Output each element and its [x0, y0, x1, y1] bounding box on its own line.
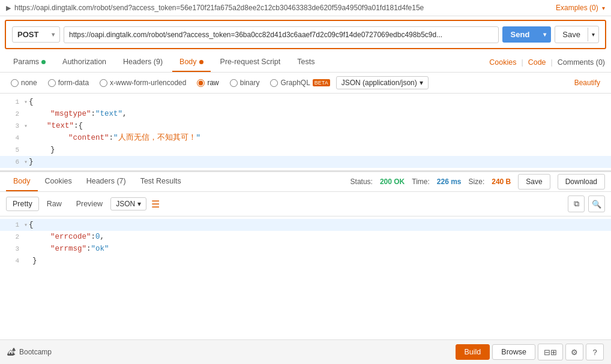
tab-tests[interactable]: Tests — [290, 53, 322, 72]
response-code-editor: 1 ▾ { 2 "errcode": 0, 3 "errmsg": "ok" 4… — [0, 216, 611, 282]
request-code-editor: 1 ▾ { 2 "msgtype": "text", 3 ▾ "text": {… — [0, 94, 611, 171]
request-tabs-right: Cookies | Code | Comments (0) — [489, 58, 605, 67]
resp-copy-button[interactable]: ⧉ — [568, 195, 585, 212]
copy-icon: ⧉ — [574, 199, 579, 209]
req-line-4: 4 "content": "人而无信，不知其可！" — [0, 132, 611, 144]
resp-line-2: 2 "errcode": 0, — [0, 231, 611, 243]
fold-icon-3[interactable]: ▾ — [24, 122, 28, 131]
body-type-raw[interactable]: raw — [192, 76, 223, 89]
resp-line-1: 1 ▾ { — [0, 219, 611, 231]
format-lines-icon[interactable]: ☰ — [151, 198, 160, 210]
response-section: Body Cookies Headers (7) Test Results St… — [0, 171, 611, 282]
save-dropdown-icon[interactable]: ▾ — [588, 28, 598, 41]
tab-body[interactable]: Body — [172, 53, 211, 72]
req-line-2: 2 "msgtype": "text", — [0, 108, 611, 120]
body-type-formdata[interactable]: form-data — [43, 76, 94, 89]
params-dot — [41, 60, 46, 64]
resp-view-tab-raw[interactable]: Raw — [40, 197, 68, 211]
method-chevron-icon: ▾ — [52, 31, 55, 38]
arrow-icon: ▶ — [6, 4, 11, 12]
resp-tab-body[interactable]: Body — [6, 172, 38, 191]
resp-tab-headers[interactable]: Headers (7) — [79, 172, 133, 191]
examples-chevron-icon: ▾ — [602, 5, 605, 11]
tab-pre-request-script[interactable]: Pre-request Script — [213, 53, 288, 72]
send-button[interactable]: Send ▾ — [502, 26, 552, 43]
response-status: Status: 200 OK Time: 226 ms Size: 240 B … — [351, 174, 605, 189]
resp-right-icons: ⧉ 🔍 — [567, 195, 605, 212]
save-button[interactable]: Save ▾ — [555, 26, 599, 43]
resp-search-button[interactable]: 🔍 — [588, 195, 605, 212]
save-label: Save — [555, 26, 588, 43]
resp-download-button[interactable]: Download — [558, 174, 605, 189]
body-type-row: none form-data x-www-form-urlencoded raw… — [0, 73, 611, 94]
body-dot — [199, 60, 203, 64]
request-tabs-row: Params Authorization Headers (9) Body Pr… — [0, 53, 611, 73]
status-value: 200 OK — [380, 178, 405, 186]
request-bar: POST ▾ Send ▾ Save ▾ — [5, 20, 606, 49]
time-value: 226 ms — [437, 178, 462, 186]
tab-headers[interactable]: Headers (9) — [116, 53, 170, 72]
resp-tab-test-results[interactable]: Test Results — [133, 172, 188, 191]
send-dropdown-icon[interactable]: ▾ — [538, 28, 551, 41]
fold-icon-1[interactable]: ▾ — [24, 98, 28, 107]
top-url-bar: ▶ https://oapi.dingtalk.com/robot/send?a… — [0, 0, 611, 16]
body-type-binary[interactable]: binary — [225, 76, 265, 89]
comments-link[interactable]: Comments (0) — [558, 58, 605, 67]
body-type-none[interactable]: none — [6, 76, 42, 89]
send-label: Send — [502, 26, 538, 43]
json-format-select[interactable]: JSON ▾ — [110, 197, 146, 210]
resp-view-tab-pretty[interactable]: Pretty — [6, 197, 39, 211]
resp-fold-icon-1[interactable]: ▾ — [24, 221, 28, 230]
json-type-select[interactable]: JSON (application/json) ▾ — [336, 76, 429, 89]
response-tabs-row: Body Cookies Headers (7) Test Results St… — [0, 172, 611, 192]
req-line-6: 6 ▾ } — [0, 156, 611, 168]
time-label: Time: — [412, 178, 430, 186]
body-type-urlencoded[interactable]: x-www-form-urlencoded — [95, 76, 191, 89]
examples-link[interactable]: Examples (0) ▾ — [556, 4, 605, 12]
json-format-chevron-icon: ▾ — [137, 200, 141, 208]
url-input[interactable] — [64, 26, 499, 43]
size-value: 240 B — [492, 178, 511, 186]
code-link[interactable]: Code — [528, 58, 546, 67]
req-line-1: 1 ▾ { — [0, 96, 611, 108]
search-icon: 🔍 — [592, 200, 601, 209]
resp-save-button[interactable]: Save — [518, 174, 550, 189]
json-type-chevron-icon: ▾ — [420, 79, 423, 87]
resp-view-row: Pretty Raw Preview JSON ▾ ☰ ⧉ 🔍 — [0, 192, 611, 216]
top-url-text: https://oapi.dingtalk.com/robot/send?acc… — [14, 4, 556, 12]
beta-badge: BETA — [313, 79, 330, 86]
resp-view-tab-preview[interactable]: Preview — [70, 197, 109, 211]
beautify-button[interactable]: Beautify — [570, 76, 605, 89]
method-select[interactable]: POST ▾ — [12, 26, 60, 43]
size-label: Size: — [469, 178, 485, 186]
cookies-link[interactable]: Cookies — [489, 58, 516, 67]
req-line-5: 5 } — [0, 144, 611, 156]
body-type-graphql[interactable]: GraphQL BETA — [265, 76, 334, 89]
tab-params[interactable]: Params — [6, 53, 53, 72]
req-line-3: 3 ▾ "text": { — [0, 120, 611, 132]
resp-line-4: 4 } — [0, 255, 611, 267]
status-label: Status: — [351, 178, 373, 186]
resp-tab-cookies[interactable]: Cookies — [38, 172, 79, 191]
resp-line-3: 3 "errmsg": "ok" — [0, 243, 611, 255]
tab-authorization[interactable]: Authorization — [55, 53, 113, 72]
method-label: POST — [17, 30, 38, 39]
fold-icon-6[interactable]: ▾ — [24, 158, 28, 167]
